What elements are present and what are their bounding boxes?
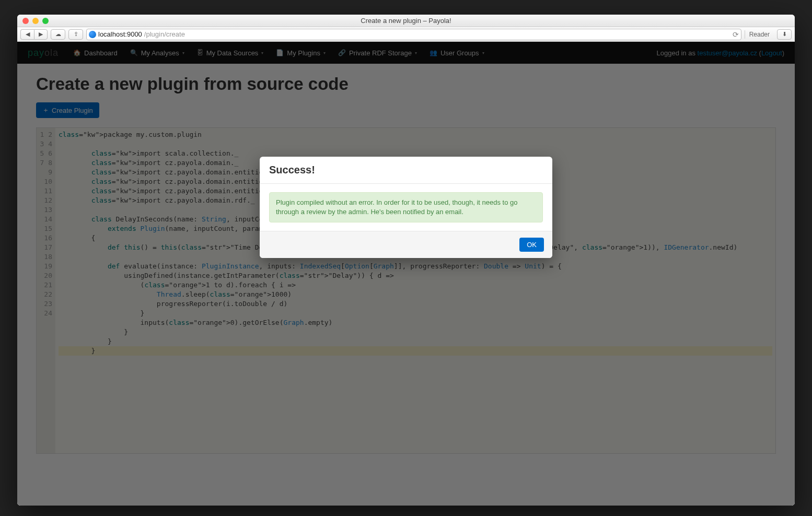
url-host: localhost:9000: [98, 30, 142, 38]
window-titlebar: Create a new plugin – Payola!: [17, 15, 795, 27]
site-favicon: [89, 31, 96, 38]
browser-window: Create a new plugin – Payola! ◀ ▶ ☁ ⇪ lo…: [17, 15, 795, 506]
icloud-button[interactable]: ☁: [51, 29, 65, 40]
forward-button[interactable]: ▶: [34, 29, 48, 40]
reader-button[interactable]: Reader: [745, 30, 774, 39]
success-alert: Plugin compiled without an error. In ord…: [269, 192, 543, 222]
success-modal: Success! Plugin compiled without an erro…: [260, 157, 552, 258]
url-path: /plugin/create: [144, 30, 185, 38]
modal-overlay[interactable]: [17, 42, 795, 506]
modal-footer: OK: [260, 231, 552, 258]
back-button[interactable]: ◀: [20, 29, 34, 40]
modal-body: Plugin compiled without an error. In ord…: [260, 184, 552, 231]
share-button[interactable]: ⇪: [68, 29, 83, 40]
address-bar[interactable]: localhost:9000/plugin/create ⟳: [86, 29, 741, 40]
window-title: Create a new plugin – Payola!: [17, 17, 795, 25]
browser-toolbar: ◀ ▶ ☁ ⇪ localhost:9000/plugin/create ⟳ R…: [17, 27, 795, 42]
ok-button[interactable]: OK: [519, 238, 544, 252]
modal-title: Success!: [260, 157, 552, 184]
page-content: payola 🏠Dashboard 🔍My Analyses▾ 🗄My Data…: [17, 42, 795, 506]
reload-icon[interactable]: ⟳: [733, 30, 739, 39]
downloads-button[interactable]: ⬇: [777, 29, 792, 40]
